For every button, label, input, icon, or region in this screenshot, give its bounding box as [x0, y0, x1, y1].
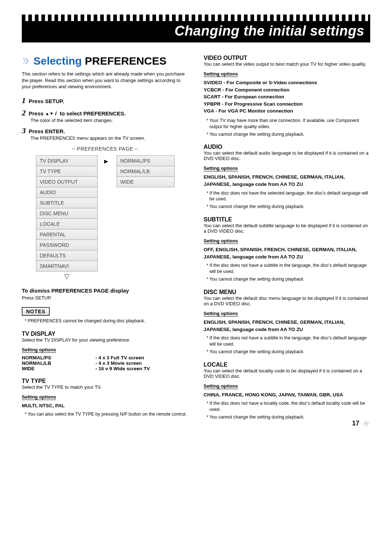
opt-val: - 16 v 9 Wide screen TV	[95, 366, 188, 371]
video-output-line: SCART - For European connection	[204, 93, 370, 101]
preferences-menu-left: TV DISPLAY TV TYPE VIDEO OUTPUT AUDIO SU…	[36, 155, 98, 280]
preferences-menu-right: NORMAL/PS NORMAL/LB WIDE	[117, 155, 175, 187]
menu-option: NORMAL/LB	[117, 166, 175, 177]
menu-item: TV TYPE	[36, 166, 98, 177]
left-column: Selecting PREFERENCES This section refer…	[22, 55, 188, 422]
locale-desc: You can select the default locality code…	[204, 368, 370, 379]
step-2-sub: The color of the selected item changes.	[30, 118, 188, 123]
subtitle-star: * You cannot change the setting during p…	[207, 276, 370, 282]
page-number-area: 17	[352, 420, 370, 428]
subtitle-desc: You can select the default subtitle lang…	[204, 223, 370, 234]
step-2-label-pre: Press	[29, 110, 45, 117]
tv-display-options: NORMAL/PS- 4 x 3 Full TV screen NORMAL/L…	[22, 355, 188, 371]
section-heading-selecting-preferences: Selecting PREFERENCES	[22, 55, 188, 67]
menu-option: WIDE	[117, 177, 175, 187]
setting-options-label: Setting options	[204, 311, 238, 317]
setting-options-label: Setting options	[22, 394, 56, 400]
setting-options-label: Setting options	[204, 166, 238, 171]
dash-band-top	[22, 15, 370, 21]
setting-options-label: Setting options	[204, 71, 238, 77]
locale-value: CHINA, FRANCE, HONG KONG, JAPAN, TAIWAN,…	[204, 391, 370, 399]
tv-type-desc: Select the TV TYPE to match your TV.	[22, 384, 188, 390]
menu-item: VIDEO OUTPUT	[36, 177, 98, 187]
audio-star: * You cannot change the setting during p…	[207, 204, 370, 210]
step-1-label: Press SETUP.	[29, 98, 64, 104]
menu-item: AUDIO	[36, 187, 98, 198]
triangle-right-icon: ▶	[104, 155, 110, 164]
subtitle-heading: SUBTITLE	[204, 216, 370, 223]
step-number-1: 1	[22, 96, 26, 105]
menu-item: DISC MENU	[36, 208, 98, 219]
menu-item: SUBTITLE	[36, 198, 98, 208]
menu-option: NORMAL/PS	[117, 155, 175, 166]
subtitle-value: OFF, ENGLISH, SPANISH, FRENCH, CHINESE, …	[204, 246, 370, 260]
dismiss-text: Press SETUP.	[22, 295, 188, 301]
step-2-label-mid: to select PREFERENCES.	[58, 110, 126, 117]
sparkle-icon	[362, 420, 370, 428]
tv-type-star: * You can also select the TV TYPE by pre…	[25, 411, 188, 417]
tv-type-heading: TV TYPE	[22, 378, 188, 384]
heading-text: Selecting PREFERENCES	[33, 55, 167, 67]
video-output-star: * Your TV may have more than one connect…	[207, 118, 370, 130]
step-number-2: 2	[22, 108, 26, 118]
disc-menu-star: * If the disc does not have a subtitle i…	[207, 335, 370, 347]
locale-star: * You cannot change the setting during p…	[207, 414, 370, 420]
tv-type-value: MULTI, NTSC, PAL	[22, 402, 188, 409]
notes-label-box: NOTES	[22, 307, 50, 316]
disc-menu-desc: You can select the default disc menu lan…	[204, 295, 370, 306]
video-output-heading: VIDEO OUTPUT	[204, 55, 370, 61]
disc-menu-heading: DISC MENU	[204, 289, 370, 295]
step-3-label: Press ENTER.	[29, 128, 65, 134]
video-output-line: SVIDEO - For Composite or S-Video connec…	[204, 79, 370, 86]
video-output-star: * You cannot change the setting during p…	[207, 131, 370, 138]
intro-paragraph: This section refers to the settings whic…	[22, 71, 188, 90]
menu-item: PASSWORD	[36, 240, 98, 250]
step-3-sub: The PREFERENCES menu appears on the TV s…	[30, 135, 188, 141]
page-number: 17	[352, 420, 359, 427]
audio-heading: AUDIO	[204, 144, 370, 150]
video-output-line: YCBCR - For Component connection	[204, 86, 370, 94]
step-2-label: Press ▲▼ / to select PREFERENCES.	[29, 110, 126, 117]
dismiss-heading: To dismiss PREFERENCES PAGE display	[22, 287, 188, 294]
menu-item: DEFAULTS	[36, 250, 98, 261]
setting-options-label: Setting options	[22, 347, 56, 353]
tv-display-desc: Select the TV DISPLAY for your viewing p…	[22, 337, 188, 343]
notes-star: * PREFERENCES cannot be changed during d…	[25, 318, 188, 324]
disc-menu-star: * You cannot change the setting during p…	[207, 349, 370, 355]
opt-key: WIDE	[22, 366, 90, 371]
audio-star: * If the disc does not have the selected…	[207, 190, 370, 203]
chevron-down-icon: ▽	[36, 272, 98, 280]
video-output-desc: You can select the video output to best …	[204, 61, 370, 67]
audio-desc: You can select the default audio languag…	[204, 150, 370, 161]
locale-heading: LOCALE	[204, 362, 370, 368]
chevrons-right-icon	[22, 57, 30, 65]
menu-item: PARENTAL	[36, 229, 98, 240]
banner-title: Changing the initial settings	[22, 21, 370, 42]
opt-key: NORMAL/LB	[22, 360, 90, 366]
subtitle-star: * If the disc does not have a subtitle i…	[207, 262, 370, 275]
setting-options-label: Setting options	[204, 238, 238, 244]
preferences-page-title: -- PREFERENCES PAGE --	[22, 146, 188, 152]
menu-item: SMARTNAVI	[36, 261, 98, 272]
opt-val: - 4 x 3 Movie screen	[95, 360, 188, 366]
menu-item: LOCALE	[36, 219, 98, 229]
opt-key: NORMAL/PS	[22, 355, 90, 360]
heading-word-preferences: PREFERENCES	[85, 55, 167, 67]
heading-word-selecting: Selecting	[33, 55, 85, 67]
video-output-line: VGA - For VGA PC Monitor connection	[204, 107, 370, 115]
disc-menu-value: ENGLISH, SPANISH, FRENCH, CHINESE, GERMA…	[204, 319, 370, 333]
right-column: VIDEO OUTPUT You can select the video ou…	[204, 55, 370, 422]
opt-val: - 4 x 3 Full TV screen	[95, 355, 188, 360]
preferences-menu: TV DISPLAY TV TYPE VIDEO OUTPUT AUDIO SU…	[22, 155, 188, 280]
locale-star: * If the disc does not have a locality c…	[207, 400, 370, 413]
setting-options-label: Setting options	[204, 383, 238, 389]
up-down-icon: ▲▼	[45, 112, 54, 115]
step-number-3: 3	[22, 126, 26, 135]
video-output-line: YPBPR - For Progressive Scan connection	[204, 101, 370, 108]
audio-value: ENGLISH, SPANISH, FRENCH, CHINESE, GERMA…	[204, 174, 370, 188]
menu-item: TV DISPLAY	[36, 155, 98, 166]
step-2-slash: /	[54, 110, 58, 117]
tv-display-heading: TV DISPLAY	[22, 331, 188, 337]
